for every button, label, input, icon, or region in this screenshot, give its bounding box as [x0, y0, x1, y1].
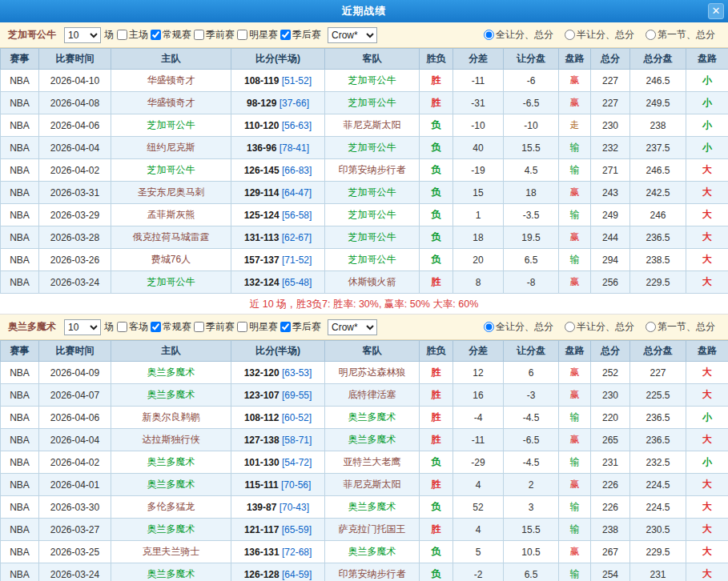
column-header: 盘路	[559, 341, 591, 362]
filter-checkbox-季后赛[interactable]: 季后赛	[280, 320, 321, 334]
filter-checkbox-常规赛[interactable]: 常规赛	[151, 28, 191, 42]
home-team-cell: 奥兰多魔术	[111, 563, 231, 581]
scope-radio-0[interactable]: 全让分、总分	[484, 28, 553, 42]
league-cell: NBA	[1, 92, 39, 114]
score-cell: 115-111 [70-56]	[231, 474, 325, 496]
checkbox-input[interactable]	[280, 30, 291, 40]
games-unit-label: 场	[104, 28, 114, 42]
scope-radio-2[interactable]: 第一节、总分	[646, 320, 715, 334]
radio-input[interactable]	[565, 322, 575, 332]
scope-radio-1[interactable]: 半让分、总分	[565, 28, 634, 42]
score-text: 139-87	[247, 502, 276, 513]
result-cell: 负	[420, 114, 453, 137]
game-row: NBA2026-04-10华盛顿奇才108-119 [51-52]芝加哥公牛胜-…	[1, 70, 728, 92]
radio-input[interactable]	[565, 30, 575, 40]
checkbox-input[interactable]	[151, 30, 161, 40]
radio-input[interactable]	[484, 30, 494, 40]
result-cell: 负	[420, 226, 453, 249]
home-team-cell: 奥兰多魔术	[111, 474, 231, 496]
filter-checkboxes: 主场常规赛季前赛明星赛季后赛	[117, 28, 321, 42]
checkbox-label: 季前赛	[206, 320, 235, 334]
total-cell: 232	[591, 137, 630, 159]
home-team-cell: 奥兰多魔术	[111, 519, 231, 541]
score-text: 157-137	[244, 254, 280, 266]
filter-checkbox-客场[interactable]: 客场	[117, 320, 148, 334]
handicap-result-cell: 赢	[559, 541, 591, 563]
score-cell: 129-114 [64-47]	[231, 182, 325, 204]
checkbox-input[interactable]	[237, 322, 247, 332]
checkbox-input[interactable]	[237, 30, 247, 40]
checkbox-input[interactable]	[117, 30, 127, 40]
diff-cell: 52	[453, 496, 504, 519]
checkbox-input[interactable]	[117, 322, 127, 332]
radio-label: 第一节、总分	[658, 320, 715, 334]
over-under-cell: 小	[686, 92, 728, 114]
column-header: 主队	[111, 49, 231, 70]
away-team-cell: 芝加哥公牛	[325, 204, 420, 226]
score-text: 101-130	[244, 457, 280, 468]
filter-checkbox-主场[interactable]: 主场	[117, 28, 148, 42]
diff-cell: 40	[453, 137, 504, 159]
half-score-text: [65-48]	[280, 277, 312, 288]
checkbox-input[interactable]	[194, 30, 204, 40]
total-cell: 243	[591, 182, 630, 204]
total-cell: 267	[591, 541, 630, 563]
result-cell: 胜	[420, 519, 453, 541]
game-row: NBA2026-04-02奥兰多魔术101-130 [54-72]亚特兰大老鹰负…	[1, 451, 728, 474]
result-cell: 负	[420, 249, 453, 271]
bookmaker-select[interactable]: Crow*	[328, 319, 377, 335]
result-cell: 胜	[420, 407, 453, 429]
checkbox-input[interactable]	[280, 322, 291, 332]
total-cell: 249	[591, 204, 630, 226]
filter-checkbox-明星赛[interactable]: 明星赛	[237, 28, 278, 42]
column-header: 赛事	[1, 49, 39, 70]
checkbox-input[interactable]	[194, 322, 204, 332]
filter-checkbox-季前赛[interactable]: 季前赛	[194, 320, 235, 334]
scope-radio-2[interactable]: 第一节、总分	[646, 28, 715, 42]
game-count-select[interactable]: 10	[64, 27, 101, 43]
diff-cell: 5	[453, 541, 504, 563]
game-row: NBA2026-04-09奥兰多魔术132-120 [63-53]明尼苏达森林狼…	[1, 362, 728, 384]
league-cell: NBA	[1, 541, 39, 563]
radio-input[interactable]	[484, 322, 494, 332]
column-header: 比赛时间	[39, 341, 111, 362]
handicap-result-cell: 输	[559, 249, 591, 271]
games-table: 赛事比赛时间主队比分(半场)客队胜负分差让分盘盘路总分总分盘盘路NBA2026-…	[0, 48, 728, 294]
total-line-cell: 246.5	[630, 159, 686, 182]
game-row: NBA2026-04-07奥兰多魔术123-107 [69-55]底特律活塞胜1…	[1, 384, 728, 407]
league-cell: NBA	[1, 226, 39, 249]
date-cell: 2026-04-02	[39, 159, 111, 182]
handicap-result-cell: 赢	[559, 271, 591, 294]
filter-checkbox-季后赛[interactable]: 季后赛	[280, 28, 321, 42]
checkbox-input[interactable]	[151, 322, 161, 332]
filter-checkbox-明星赛[interactable]: 明星赛	[237, 320, 278, 334]
close-icon[interactable]: ✕	[708, 3, 724, 19]
handicap-result-cell: 输	[559, 407, 591, 429]
games-unit-label: 场	[104, 320, 114, 334]
score-cell: 157-137 [71-52]	[231, 249, 325, 271]
filter-checkbox-季前赛[interactable]: 季前赛	[194, 28, 235, 42]
radio-input[interactable]	[646, 322, 656, 332]
total-cell: 265	[591, 429, 630, 451]
handicap-result-cell: 赢	[559, 429, 591, 451]
filter-checkbox-常规赛[interactable]: 常规赛	[151, 320, 191, 334]
scope-radio-0[interactable]: 全让分、总分	[484, 320, 553, 334]
radio-input[interactable]	[646, 30, 656, 40]
window-title: 近期战绩	[342, 4, 387, 18]
game-row: NBA2026-03-24芝加哥公牛132-124 [65-48]休斯顿火箭胜8…	[1, 271, 728, 294]
game-row: NBA2026-04-02芝加哥公牛126-145 [66-83]印第安纳步行者…	[1, 159, 728, 182]
diff-cell: -10	[453, 114, 504, 137]
result-cell: 负	[420, 496, 453, 519]
game-count-select[interactable]: 10	[64, 319, 101, 335]
score-text: 108-112	[244, 412, 279, 423]
filter-checkboxes: 客场常规赛季前赛明星赛季后赛	[117, 320, 321, 334]
league-cell: NBA	[1, 496, 39, 519]
bookmaker-select[interactable]: Crow*	[328, 27, 377, 43]
checkbox-label: 常规赛	[163, 320, 191, 334]
scope-radio-1[interactable]: 半让分、总分	[565, 320, 634, 334]
handicap-cell: -8	[504, 271, 559, 294]
handicap-cell: 6	[504, 362, 559, 384]
over-under-cell: 大	[686, 204, 728, 226]
home-team-cell: 华盛顿奇才	[111, 70, 231, 92]
total-cell: 220	[591, 407, 630, 429]
